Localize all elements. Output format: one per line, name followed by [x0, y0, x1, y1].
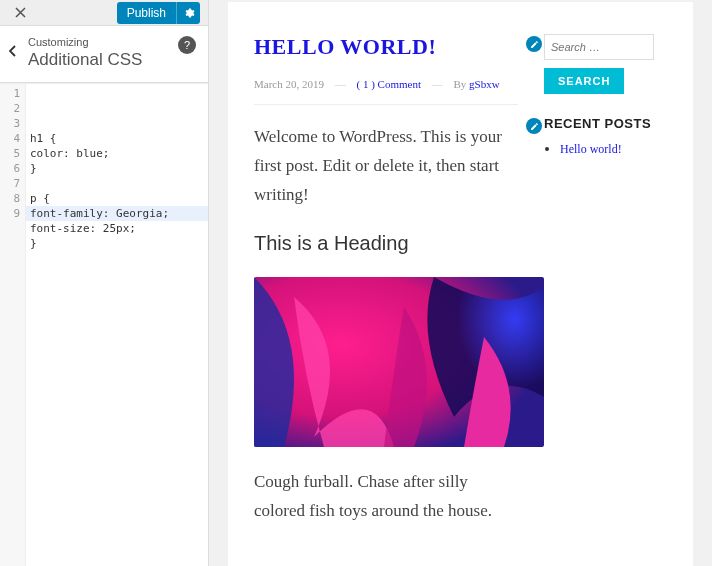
- by-label: By: [453, 78, 466, 90]
- code-editor[interactable]: 123456789 h1 { color: blue; } p { font-f…: [0, 83, 208, 566]
- help-button[interactable]: ?: [178, 36, 196, 54]
- meta-separator: —: [432, 78, 443, 90]
- search-button[interactable]: SEARCH: [544, 68, 624, 94]
- line-gutter: 123456789: [0, 84, 26, 566]
- section-header: Customizing Additional CSS ?: [0, 26, 208, 83]
- meta-separator: —: [335, 78, 346, 90]
- list-item: Hello world!: [560, 141, 654, 157]
- widget-title: RECENT POSTS: [544, 116, 654, 131]
- back-button[interactable]: [4, 36, 22, 66]
- chevron-left-icon: [9, 45, 17, 57]
- site-preview: HELLO WORLD! March 20, 2019 — ( 1 ) Comm…: [228, 2, 693, 566]
- recent-posts-widget: RECENT POSTS Hello world!: [544, 116, 654, 157]
- publish-button[interactable]: Publish: [117, 2, 176, 24]
- search-input[interactable]: [544, 34, 654, 60]
- customizing-label: Customizing: [28, 36, 194, 48]
- settings-button[interactable]: [176, 2, 200, 24]
- customizer-panel: Publish Customizing Additional CSS ? 123…: [0, 0, 209, 566]
- close-icon: [15, 7, 26, 18]
- search-widget: SEARCH: [544, 34, 654, 94]
- pencil-icon: [530, 122, 539, 131]
- close-button[interactable]: [0, 0, 40, 26]
- comments-link[interactable]: ( 1 ) Comment: [356, 78, 420, 90]
- post-heading: This is a Heading: [254, 232, 518, 255]
- recent-post-link[interactable]: Hello world!: [560, 142, 622, 156]
- edit-widget-button[interactable]: [526, 118, 542, 134]
- pencil-icon: [530, 40, 539, 49]
- gear-icon: [183, 7, 195, 19]
- post-content: HELLO WORLD! March 20, 2019 — ( 1 ) Comm…: [228, 34, 518, 566]
- author-link[interactable]: gSbxw: [469, 78, 500, 90]
- customizer-topbar: Publish: [0, 0, 208, 26]
- edit-widget-button[interactable]: [526, 36, 542, 52]
- section-title: Additional CSS: [28, 50, 194, 70]
- code-content: h1 { color: blue; } p { font-family: Geo…: [30, 131, 208, 251]
- post-image: [254, 277, 544, 447]
- post-paragraph: Welcome to WordPress. This is your first…: [254, 123, 518, 210]
- post-title[interactable]: HELLO WORLD!: [254, 34, 518, 60]
- recent-posts-list: Hello world!: [544, 141, 654, 157]
- preview-pane: HELLO WORLD! March 20, 2019 — ( 1 ) Comm…: [209, 0, 712, 566]
- site-sidebar: SEARCH RECENT POSTS Hello world!: [544, 34, 666, 566]
- post-meta: March 20, 2019 — ( 1 ) Comment — By gSbx…: [254, 78, 518, 105]
- post-paragraph: Cough furball. Chase after silly colored…: [254, 468, 518, 526]
- post-date: March 20, 2019: [254, 78, 324, 90]
